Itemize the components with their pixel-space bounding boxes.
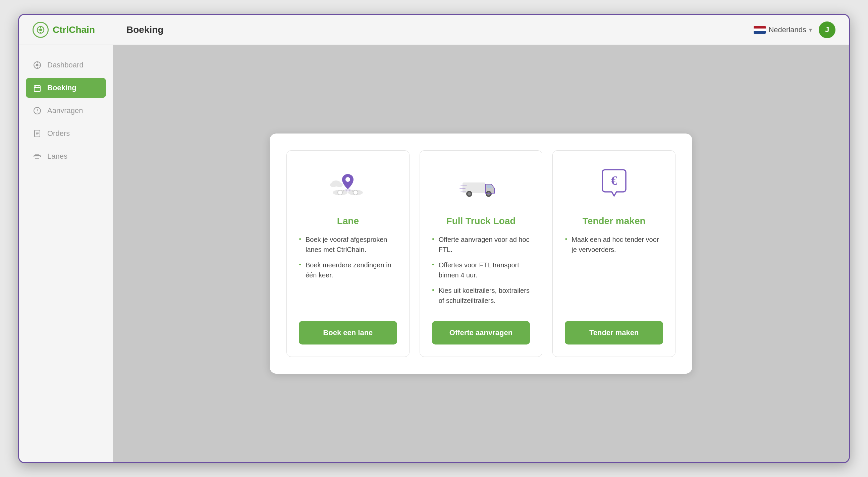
dashboard-icon <box>33 60 42 70</box>
sidebar-item-dashboard[interactable]: Dashboard <box>26 55 106 75</box>
svg-point-7 <box>36 64 38 66</box>
orders-icon <box>33 129 42 138</box>
ftl-bullets: Offerte aanvragen voor ad hoc FTL. Offer… <box>432 235 530 311</box>
app-frame: CtrlChain Boeking Nederlands ▾ J <box>18 14 850 463</box>
svg-point-28 <box>338 190 342 195</box>
page-title: Boeking <box>126 25 754 35</box>
svg-point-37 <box>468 192 471 196</box>
nl-flag-icon <box>754 26 766 34</box>
language-selector[interactable]: Nederlands ▾ <box>754 26 812 34</box>
ftl-bullet-1: Offerte aanvragen voor ad hoc FTL. <box>432 235 530 255</box>
sidebar-item-boeking[interactable]: Boeking <box>26 78 106 98</box>
sidebar-orders-label: Orders <box>47 129 70 138</box>
tender-illustration: € <box>592 168 636 204</box>
svg-text:€: € <box>611 173 617 187</box>
lane-bullets: Boek je vooraf afgesproken lanes met Ctr… <box>299 235 397 311</box>
sidebar-boeking-label: Boeking <box>47 84 76 92</box>
svg-point-29 <box>353 190 358 195</box>
lanes-icon <box>33 152 42 161</box>
svg-point-33 <box>344 189 351 191</box>
logo-icon <box>33 22 49 38</box>
tender-maken-button[interactable]: Tender maken <box>565 321 663 345</box>
boek-een-lane-button[interactable]: Boek een lane <box>299 321 397 345</box>
ftl-card: Full Truck Load Offerte aanvragen voor a… <box>420 150 542 357</box>
boeking-icon <box>33 83 42 93</box>
main-layout: Dashboard Boeking Aanvragen <box>19 45 849 462</box>
svg-point-39 <box>487 192 490 196</box>
sidebar-dashboard-label: Dashboard <box>47 61 84 69</box>
tender-icon-area: € <box>565 164 663 208</box>
sidebar-item-lanes[interactable]: Lanes <box>26 146 106 167</box>
svg-point-34 <box>345 177 350 182</box>
svg-rect-12 <box>34 86 40 92</box>
lang-label: Nederlands <box>768 26 806 34</box>
aanvragen-icon <box>33 106 42 115</box>
lane-icon-area <box>299 164 397 208</box>
chevron-down-icon: ▾ <box>809 26 812 34</box>
lane-card-title: Lane <box>299 216 397 227</box>
svg-point-18 <box>37 112 37 112</box>
svg-point-1 <box>39 29 42 31</box>
lane-illustration <box>326 168 370 204</box>
lane-bullet-2: Boek meerdere zendingen in één keer. <box>299 260 397 280</box>
ftl-card-title: Full Truck Load <box>432 216 530 227</box>
ftl-bullet-2: Offertes voor FTL transport binnen 4 uur… <box>432 260 530 280</box>
sidebar: Dashboard Boeking Aanvragen <box>19 45 113 462</box>
svg-point-31 <box>330 182 337 187</box>
offerte-aanvragen-button[interactable]: Offerte aanvragen <box>432 321 530 345</box>
tender-card: € Tender maken Maak een ad hoc tender vo… <box>552 150 676 357</box>
tender-card-title: Tender maken <box>565 216 663 227</box>
svg-rect-23 <box>34 156 40 157</box>
logo-svg <box>36 25 45 34</box>
ftl-illustration <box>459 168 503 204</box>
svg-point-32 <box>336 182 343 187</box>
sidebar-lanes-label: Lanes <box>47 152 67 161</box>
header-right: Nederlands ▾ J <box>754 22 835 38</box>
content-area: Lane Boek je vooraf afgesproken lanes me… <box>113 45 849 462</box>
app-logo-text: CtrlChain <box>53 25 95 35</box>
logo-area: CtrlChain <box>33 22 126 38</box>
header: CtrlChain Boeking Nederlands ▾ J <box>19 15 849 45</box>
lane-card: Lane Boek je vooraf afgesproken lanes me… <box>286 150 409 357</box>
sidebar-item-aanvragen[interactable]: Aanvragen <box>26 101 106 121</box>
ftl-icon-area <box>432 164 530 208</box>
user-avatar[interactable]: J <box>819 22 835 38</box>
svg-rect-35 <box>463 182 485 193</box>
lane-bullet-1: Boek je vooraf afgesproken lanes met Ctr… <box>299 235 397 255</box>
sidebar-aanvragen-label: Aanvragen <box>47 106 83 115</box>
booking-modal: Lane Boek je vooraf afgesproken lanes me… <box>270 133 692 374</box>
sidebar-item-orders[interactable]: Orders <box>26 123 106 144</box>
ftl-bullet-3: Kies uit koeltrailers, boxtrailers of sc… <box>432 286 530 306</box>
tender-bullets: Maak een ad hoc tender voor je vervoerde… <box>565 235 663 311</box>
tender-bullet-1: Maak een ad hoc tender voor je vervoerde… <box>565 235 663 255</box>
